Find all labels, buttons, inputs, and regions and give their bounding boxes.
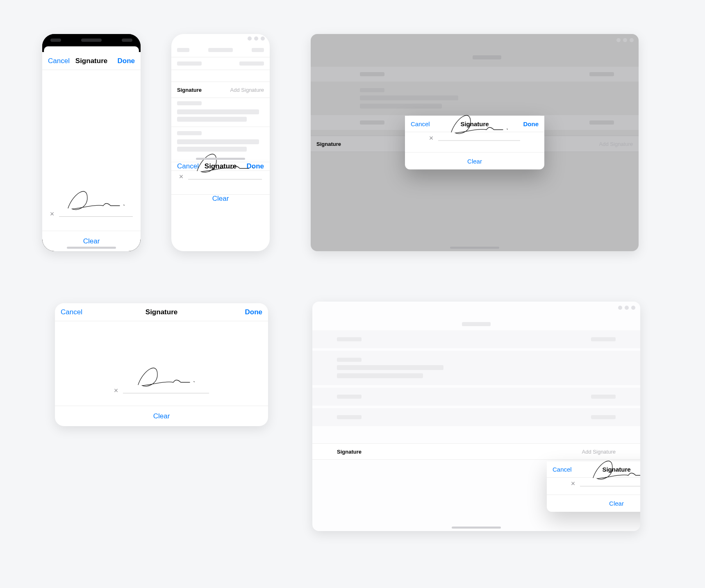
- signature-stroke: [194, 150, 259, 179]
- home-indicator: [196, 158, 245, 160]
- close-icon[interactable]: ×: [571, 479, 575, 488]
- clear-bar: Clear: [171, 194, 270, 203]
- close-icon[interactable]: ×: [179, 173, 184, 181]
- device-ipad-popover: Signature Add Signature Cancel Signature…: [312, 302, 640, 531]
- signature-canvas[interactable]: ×: [547, 478, 640, 495]
- clear-button[interactable]: Clear: [467, 158, 482, 165]
- clear-button[interactable]: Clear: [153, 412, 170, 420]
- clear-bar: Clear: [55, 406, 268, 426]
- cancel-button[interactable]: Cancel: [48, 57, 70, 65]
- signature-stroke: [444, 112, 518, 141]
- device-landscape-sheet: Cancel Signature Done × Clear: [55, 303, 268, 426]
- status-bar: [42, 34, 141, 46]
- status-left-icon: [50, 39, 61, 42]
- signature-row-label: Signature: [177, 87, 202, 93]
- window-dot-icon: [261, 36, 265, 41]
- signature-modal: Cancel Signature Done × Clear: [405, 116, 544, 170]
- signature-row-label: Signature: [316, 141, 341, 147]
- signature-popover: Cancel Signature Done × Clear: [547, 461, 640, 512]
- signature-baseline: [188, 179, 262, 179]
- signature-stroke: [586, 457, 640, 486]
- signature-baseline: [59, 216, 133, 217]
- clear-button[interactable]: Clear: [609, 500, 624, 507]
- home-indicator: [450, 247, 499, 249]
- signature-baseline: [438, 141, 520, 141]
- signature-row-placeholder: Add Signature: [230, 87, 264, 93]
- device-iphone-sheet: Cancel Signature Done × Clear: [42, 34, 141, 251]
- done-button[interactable]: Done: [245, 308, 263, 316]
- close-icon[interactable]: ×: [429, 134, 434, 143]
- clear-bar: Clear: [405, 152, 544, 170]
- done-button[interactable]: Done: [118, 57, 135, 65]
- signature-canvas[interactable]: ×: [405, 132, 544, 152]
- signature-sheet: Cancel Signature Done × Cle: [171, 162, 270, 162]
- notch-icon: [81, 39, 102, 42]
- window-dot-icon: [248, 36, 252, 41]
- cancel-button[interactable]: Cancel: [411, 120, 430, 127]
- signature-sheet: Cancel Signature Done × Clear: [42, 52, 141, 251]
- sheet-header: Cancel Signature Done: [42, 52, 141, 70]
- signature-canvas[interactable]: ×: [55, 321, 268, 406]
- cancel-button[interactable]: Cancel: [61, 308, 82, 316]
- signature-stroke: [129, 364, 207, 393]
- signature-stroke: [65, 188, 130, 216]
- clear-button[interactable]: Clear: [212, 195, 229, 203]
- status-right-icon: [122, 39, 132, 42]
- home-indicator: [67, 247, 116, 249]
- signature-baseline: [580, 486, 640, 486]
- clear-bar: Clear: [547, 495, 640, 512]
- window-controls: [171, 34, 270, 43]
- signature-row-label: Signature: [337, 449, 362, 455]
- sheet-header: Cancel Signature Done: [55, 303, 268, 321]
- close-icon[interactable]: ×: [50, 210, 55, 218]
- home-indicator: [452, 527, 501, 529]
- background-content: Signature Add Signature Cancel Signature…: [171, 43, 270, 156]
- signature-baseline: [123, 393, 209, 393]
- close-icon[interactable]: ×: [114, 386, 118, 395]
- done-button[interactable]: Done: [523, 120, 539, 127]
- device-iphone-halfsheet: Signature Add Signature Cancel Signature…: [171, 34, 270, 251]
- signature-row[interactable]: Signature Add Signature: [171, 82, 270, 98]
- clear-button[interactable]: Clear: [83, 237, 100, 245]
- sheet-title: Signature: [55, 308, 268, 316]
- signature-row-placeholder: Add Signature: [582, 449, 616, 455]
- signature-row-placeholder: Add Signature: [599, 141, 633, 147]
- signature-canvas[interactable]: ×: [171, 171, 270, 194]
- device-ipad-modal: Signature Add Signature Cancel Signature…: [311, 34, 639, 251]
- window-dot-icon: [254, 36, 258, 41]
- cancel-button[interactable]: Cancel: [553, 466, 572, 473]
- signature-canvas[interactable]: ×: [42, 70, 141, 231]
